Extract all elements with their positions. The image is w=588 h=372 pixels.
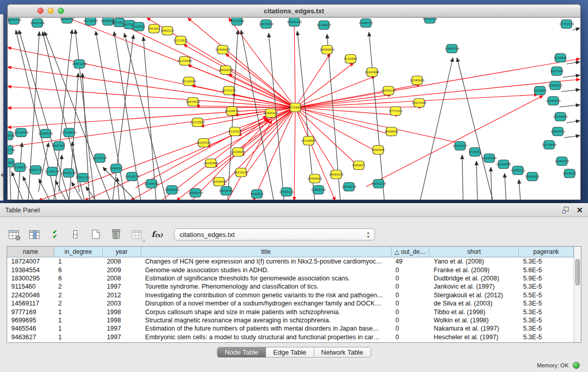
paper-node[interactable]: 9699695 bbox=[385, 127, 398, 136]
paper-node[interactable]: 16648794 bbox=[445, 45, 460, 53]
network-canvas[interactable]: 1405572420691406100532571527602716466160… bbox=[8, 17, 580, 200]
paper-node[interactable]: 12254439 bbox=[212, 178, 227, 186]
paper-node[interactable]: 12093872 bbox=[548, 81, 562, 90]
paper-node[interactable]: 9227343 bbox=[551, 67, 563, 76]
paper-node[interactable]: 10244502 bbox=[144, 180, 159, 188]
table-row[interactable]: 1456911722003Disruption of a novel membe… bbox=[7, 299, 574, 308]
paper-node[interactable]: 10974593 bbox=[186, 98, 201, 106]
table-source-select[interactable]: citations_edges.txt ▲▼ bbox=[174, 228, 375, 240]
paper-node[interactable]: 10655329 bbox=[287, 18, 302, 27]
paper-node[interactable]: 18286943 bbox=[165, 186, 180, 194]
paper-node[interactable]: 15134454 bbox=[301, 137, 316, 145]
table-row[interactable]: 1872400712008Changes of HCN gene express… bbox=[7, 257, 574, 266]
paper-node[interactable]: 9115460 bbox=[344, 55, 357, 63]
collapse-left-arrow-icon[interactable] bbox=[1, 173, 3, 177]
paper-node[interactable]: 9463627 bbox=[353, 161, 365, 170]
paper-node[interactable]: 15210458 bbox=[14, 128, 29, 137]
paper-node[interactable]: 18777176 bbox=[222, 86, 236, 95]
paper-node[interactable]: 9349813 bbox=[251, 190, 264, 199]
paper-node[interactable]: 10107511 bbox=[197, 139, 211, 147]
column-header-year[interactable]: year bbox=[103, 247, 141, 257]
paper-node[interactable]: 9424502 bbox=[563, 169, 576, 178]
paper-node[interactable]: 16868109 bbox=[188, 189, 203, 198]
paper-node[interactable]: 10913546 bbox=[412, 99, 427, 107]
paper-node[interactable]: 15493432 bbox=[308, 174, 322, 183]
paper-node[interactable]: 9777169 bbox=[389, 107, 402, 116]
citation-edge[interactable] bbox=[201, 107, 295, 126]
column-header-name[interactable]: name bbox=[7, 247, 54, 257]
paper-node[interactable]: 9724501 bbox=[469, 148, 482, 157]
paper-node[interactable]: 9397587 bbox=[53, 142, 66, 150]
new-table-button[interactable] bbox=[89, 228, 102, 241]
paper-node[interactable]: 20691406 bbox=[30, 19, 45, 28]
paper-node[interactable]: 11215448 bbox=[178, 57, 192, 65]
paper-node[interactable]: 15992871 bbox=[551, 127, 565, 136]
paper-node[interactable]: 12444159 bbox=[546, 97, 561, 105]
tab-edge-table[interactable]: Edge Table bbox=[266, 347, 314, 357]
paper-node[interactable]: 12954278 bbox=[311, 186, 326, 194]
close-panel-icon[interactable]: ✕ bbox=[576, 207, 583, 214]
citation-edge[interactable] bbox=[8, 107, 295, 108]
paper-node[interactable]: 16045822 bbox=[525, 172, 539, 181]
paper-node[interactable]: 11156823 bbox=[13, 163, 28, 172]
paper-node[interactable]: 9215954 bbox=[534, 86, 547, 95]
paper-node[interactable]: 15276027 bbox=[83, 18, 98, 26]
citation-edge[interactable] bbox=[253, 107, 295, 200]
citation-edge[interactable] bbox=[117, 178, 119, 200]
paper-node[interactable]: 12505135 bbox=[61, 169, 76, 178]
table-scrollbar[interactable] bbox=[574, 247, 581, 342]
citation-edge[interactable] bbox=[559, 105, 580, 107]
citation-edge[interactable] bbox=[23, 177, 33, 200]
tab-network-table[interactable]: Network Table bbox=[314, 347, 371, 357]
paper-node[interactable]: 20206535 bbox=[38, 129, 53, 138]
select-column-button[interactable] bbox=[28, 228, 41, 241]
paper-node[interactable]: 15122560 bbox=[230, 18, 245, 26]
citation-edge[interactable] bbox=[563, 75, 580, 77]
paper-node[interactable]: 14569117 bbox=[381, 86, 396, 95]
citation-edge[interactable] bbox=[184, 45, 295, 107]
paper-node[interactable]: 12125439 bbox=[182, 77, 197, 86]
citation-edge[interactable] bbox=[295, 107, 399, 115]
table-row[interactable]: 946362711997Embryonic stem cells: a mode… bbox=[7, 333, 574, 341]
paper-node[interactable]: 14569125 bbox=[329, 170, 344, 179]
paper-node[interactable]: 19384554 bbox=[320, 46, 335, 54]
column-header-out_de[interactable]: △ out_de… bbox=[391, 247, 430, 257]
paper-node[interactable]: 7663822 bbox=[148, 25, 161, 33]
column-header-pagerank[interactable]: pagerank bbox=[519, 247, 574, 257]
column-header-short[interactable]: short bbox=[429, 247, 519, 257]
paper-node[interactable]: 22420046 bbox=[365, 68, 380, 77]
paper-node[interactable]: 14055724 bbox=[8, 18, 21, 25]
citation-edge[interactable] bbox=[564, 136, 580, 138]
paper-node[interactable]: 10540135 bbox=[342, 183, 357, 191]
paper-node[interactable]: 17616570 bbox=[125, 172, 140, 181]
citation-edge[interactable] bbox=[573, 28, 580, 30]
citation-edge[interactable] bbox=[8, 86, 295, 107]
paper-node[interactable]: 12213971 bbox=[173, 36, 188, 45]
citation-edge[interactable] bbox=[229, 74, 295, 107]
paper-node[interactable]: 16045187 bbox=[453, 142, 468, 150]
citation-edge[interactable] bbox=[244, 107, 295, 177]
citation-edge[interactable] bbox=[420, 58, 453, 200]
paper-node[interactable]: 15751074 bbox=[559, 20, 574, 29]
citation-edge[interactable] bbox=[12, 172, 23, 200]
paper-node[interactable]: 18056784 bbox=[219, 187, 234, 195]
paper-node[interactable]: 12942737 bbox=[29, 166, 43, 174]
window-titlebar[interactable]: citations_edges.txt bbox=[8, 5, 580, 17]
column-header-in_degree[interactable]: in_degree bbox=[54, 247, 103, 257]
table-row[interactable]: 911546021997Tourette syndrome. Phenomeno… bbox=[7, 282, 574, 291]
table-settings-button[interactable] bbox=[7, 228, 20, 241]
paper-node[interactable]: 11545488 bbox=[204, 159, 219, 168]
paper-node[interactable]: 9465546 bbox=[372, 146, 385, 155]
function-builder-button[interactable]: f(x) bbox=[150, 228, 164, 241]
paper-node[interactable]: 10244556 bbox=[496, 160, 511, 169]
tab-node-table[interactable]: Node Table bbox=[217, 347, 266, 357]
citation-edge[interactable] bbox=[214, 107, 295, 167]
paper-node[interactable]: 11545960 bbox=[410, 76, 425, 85]
paper-node[interactable]: 18313074 bbox=[423, 18, 438, 24]
row-height-button[interactable] bbox=[69, 228, 82, 241]
paper-node[interactable]: 12104355 bbox=[231, 148, 246, 157]
citation-edge[interactable] bbox=[561, 90, 580, 92]
table-row[interactable]: 946554611997Estimation of the future num… bbox=[7, 324, 574, 333]
citation-edge[interactable] bbox=[476, 161, 477, 200]
paper-node[interactable]: 10053257 bbox=[60, 18, 75, 24]
